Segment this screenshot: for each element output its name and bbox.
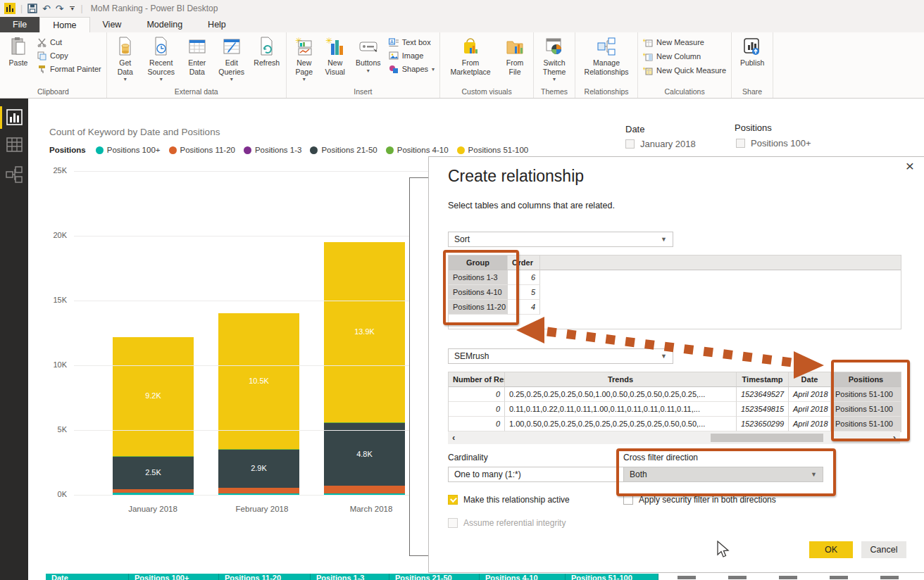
manage-relationships-button[interactable]: Manage Relationships	[578, 34, 635, 77]
column-header-timestamp[interactable]: Timestamp	[737, 372, 789, 387]
table-cell[interactable]: April 2018	[789, 402, 831, 417]
bar-segment[interactable]	[113, 489, 194, 493]
table-cell[interactable]: 4	[508, 300, 540, 315]
bar-segment[interactable]: 13.9K	[324, 242, 405, 422]
bar-segment[interactable]	[218, 449, 299, 450]
bottom-table-column-header[interactable]: Positions 11-20	[219, 574, 311, 580]
legend-item[interactable]: Positions 4-10	[386, 146, 449, 154]
column-header-trends[interactable]: Trends	[505, 372, 737, 387]
table-cell[interactable]: Positions 1-3	[449, 270, 508, 285]
bar-segment[interactable]	[218, 488, 299, 493]
legend-item[interactable]: Positions 100+	[96, 146, 161, 154]
column-header-group[interactable]: Group	[449, 256, 508, 270]
table1-select-dropdown[interactable]: Sort▼	[448, 232, 673, 247]
refresh-button[interactable]: Refresh	[250, 34, 284, 69]
tab-help[interactable]: Help	[195, 17, 239, 32]
table2-horizontal-scrollbar[interactable]: ‹ ›	[448, 431, 900, 444]
tab-file[interactable]: File	[0, 17, 39, 32]
filter-positions-option[interactable]: Positions 100+	[736, 138, 811, 149]
legend-item[interactable]: Positions 51-100	[457, 146, 529, 154]
bottom-table-column-header[interactable]: Date	[46, 574, 129, 580]
from-marketplace-button[interactable]: From Marketplace	[442, 34, 499, 77]
sidebar-relationships-view[interactable]	[0, 162, 28, 189]
bottom-table-column-header[interactable]: Positions 51-100	[566, 574, 658, 580]
switch-theme-button[interactable]: Switch Theme▾	[536, 34, 573, 84]
tab-home[interactable]: Home	[39, 17, 89, 32]
new-visual-button[interactable]: ✳ New Visual	[320, 34, 351, 77]
bar-segment[interactable]: 9.2K	[113, 337, 194, 456]
table-cell[interactable]: 0.11,0.11,0.22,0.11,0.11,1.00,0.11,0.11,…	[505, 402, 737, 417]
scroll-left-icon[interactable]: ‹	[452, 432, 455, 443]
table2-select-dropdown[interactable]: SEMrush▼	[448, 348, 673, 364]
recent-sources-button[interactable]: Recent Sources▾	[142, 34, 181, 84]
ok-button[interactable]: OK	[809, 541, 853, 558]
checkbox-checked-icon[interactable]	[448, 495, 458, 505]
copy-button[interactable]: Copy	[37, 50, 101, 61]
filter-date-option[interactable]: January 2018	[625, 139, 696, 149]
table-cell[interactable]: 1523549815	[737, 402, 789, 417]
column-header-order[interactable]: Order	[508, 256, 540, 270]
sidebar-data-view[interactable]	[0, 132, 28, 159]
shapes-button[interactable]: Shapes▾	[389, 63, 435, 75]
table-cell[interactable]: Positions 51-100	[831, 417, 901, 431]
bar-segment[interactable]	[324, 422, 405, 424]
quick-access-toolbar-dropdown-icon[interactable]: ▼	[69, 6, 76, 11]
table-cell[interactable]: Positions 51-100	[831, 402, 901, 417]
legend-item[interactable]: Positions 21-50	[310, 146, 377, 154]
column-header-number-of-results[interactable]: Number of Results	[449, 372, 505, 387]
table-cell[interactable]: 5	[508, 285, 540, 300]
bar-segment[interactable]: 4.8K	[324, 423, 405, 485]
get-data-button[interactable]: Get Data▾	[109, 34, 142, 84]
scrollbar-thumb[interactable]	[711, 434, 823, 442]
new-measure-button[interactable]: ✳ New Measure	[643, 37, 726, 48]
bar-segment[interactable]: 2.9K	[218, 450, 299, 487]
new-page-button[interactable]: ✳ New Page▾	[289, 34, 320, 84]
table-cell[interactable]: 0	[449, 402, 505, 417]
make-relationship-active-checkbox[interactable]: Make this relationship active	[448, 495, 570, 505]
bottom-table-column-header[interactable]: Positions 4-10	[480, 574, 566, 580]
table-cell[interactable]: Positions 4-10	[449, 285, 508, 300]
table-cell[interactable]: 0	[449, 417, 505, 431]
edit-queries-button[interactable]: Edit Queries▾	[213, 34, 250, 84]
table-cell[interactable]: 0.25,0.25,0.25,0.25,0.50,1.00,0.50,0.25,…	[505, 387, 737, 402]
bar-segment[interactable]: 2.5K	[113, 457, 194, 489]
enter-data-button[interactable]: Enter Data	[181, 34, 213, 77]
close-icon[interactable]: ×	[906, 158, 914, 173]
tab-view[interactable]: View	[90, 17, 135, 32]
table-cell[interactable]: April 2018	[789, 387, 831, 402]
checkbox-unchecked-icon[interactable]	[623, 495, 633, 505]
table-cell[interactable]: 6	[508, 270, 540, 285]
image-button[interactable]: Image	[389, 50, 435, 61]
bottom-table-column-header[interactable]: Positions 1-3	[311, 574, 389, 580]
sidebar-report-view[interactable]	[0, 104, 28, 131]
table-cell[interactable]: 0	[449, 387, 505, 402]
cross-filter-direction-dropdown[interactable]: Both▼	[623, 467, 823, 482]
paste-button[interactable]: Paste	[2, 34, 35, 69]
bar-segment[interactable]	[113, 456, 194, 457]
tab-modeling[interactable]: Modeling	[134, 17, 195, 32]
save-icon[interactable]	[27, 4, 37, 13]
text-box-button[interactable]: A Text box	[389, 37, 435, 48]
new-quick-measure-button[interactable]: ✳ New Quick Measure	[643, 65, 726, 76]
table-cell[interactable]: 1.00,0.50,0.25,0.25,0.25,0.25,0.25,0.25,…	[505, 417, 737, 431]
table-cell[interactable]: April 2018	[789, 417, 831, 431]
table-cell[interactable]: Positions 11-20	[449, 300, 508, 315]
apply-security-filter-checkbox[interactable]: Apply security filter in both directions	[623, 495, 776, 505]
checkbox-january-2018[interactable]	[625, 139, 635, 149]
buttons-button[interactable]: Buttons▾	[351, 34, 386, 75]
bottom-table-column-header[interactable]: Positions 21-50	[389, 574, 480, 580]
cut-button[interactable]: Cut	[37, 37, 101, 48]
checkbox-positions-100plus[interactable]	[736, 139, 745, 148]
table-cell[interactable]: 1523649527	[737, 387, 789, 402]
undo-icon[interactable]: ↶	[42, 4, 51, 13]
from-file-button[interactable]: From File	[499, 34, 531, 77]
table-cell[interactable]: Positions 51-100	[831, 387, 901, 402]
redo-icon[interactable]: ↷	[56, 4, 64, 13]
scroll-right-icon[interactable]: ›	[893, 432, 896, 443]
column-header-positions[interactable]: Positions	[831, 372, 901, 387]
column-header-date[interactable]: Date	[789, 372, 831, 387]
legend-item[interactable]: Positions 11-20	[169, 146, 235, 154]
bottom-table-column-header[interactable]: Positions 100+	[129, 574, 219, 580]
bar-segment[interactable]	[324, 486, 405, 493]
publish-button[interactable]: Publish	[734, 34, 770, 69]
